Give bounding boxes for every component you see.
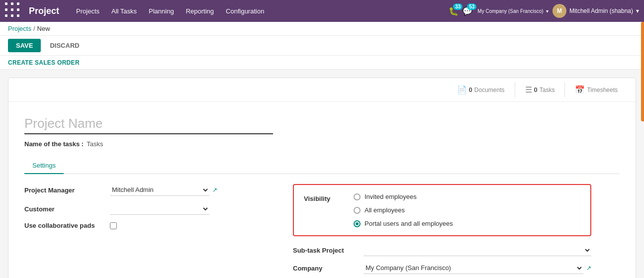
company-select[interactable]: My Company (San Francisco) <box>364 262 583 274</box>
collab-pads-field: Use collaborative pads <box>24 222 273 229</box>
sub-action-bar: CREATE SALES ORDER <box>0 56 644 70</box>
breadcrumb-current: New <box>37 25 50 32</box>
main-content: 📄 0 Documents ☰ 0 Tasks 📅 Timesheets Nam… <box>0 70 644 278</box>
company-external-link-icon[interactable]: ↗ <box>586 265 591 272</box>
right-sidebar-indicator <box>641 22 644 121</box>
tasks-icon: ☰ <box>525 85 532 94</box>
menu-configuration[interactable]: Configuration <box>221 4 269 18</box>
tasks-name-row: Name of the tasks : Tasks <box>24 140 620 148</box>
tab-left: Project Manager Mitchell Admin ↗ Custome… <box>24 184 273 278</box>
visibility-invited-label: Invited employees <box>365 193 417 200</box>
tasks-button[interactable]: ☰ 0 Tasks <box>515 82 565 97</box>
apps-grid-icon[interactable] <box>5 2 22 19</box>
customer-control <box>110 203 273 215</box>
message-icon[interactable]: 💬 53 <box>462 6 472 16</box>
visibility-section: Visibility Invited employees All employe… <box>293 184 591 236</box>
visibility-all-radio[interactable] <box>354 207 361 214</box>
form-card: 📄 0 Documents ☰ 0 Tasks 📅 Timesheets Nam… <box>8 78 636 278</box>
tasks-name-label: Name of the tasks : <box>24 140 84 148</box>
menu-planning[interactable]: Planning <box>144 4 179 18</box>
visibility-all-label: All employees <box>365 206 405 214</box>
timesheets-label: Timesheets <box>587 87 618 93</box>
subtask-project-field: Sub-task Project <box>293 244 591 256</box>
collab-pads-control <box>110 222 273 229</box>
project-manager-control: Mitchell Admin ↗ <box>110 184 273 196</box>
subtask-project-label: Sub-task Project <box>293 247 358 254</box>
visibility-portal-option[interactable]: Portal users and all employees <box>354 220 453 227</box>
form-tabs: Settings <box>24 158 620 174</box>
breadcrumb: Projects / New <box>0 22 644 36</box>
visibility-invited-radio[interactable] <box>354 193 361 200</box>
menu-reporting[interactable]: Reporting <box>181 4 219 18</box>
tab-content: Project Manager Mitchell Admin ↗ Custome… <box>24 174 620 278</box>
message-badge: 53 <box>467 3 476 10</box>
visibility-label: Visibility <box>304 195 344 227</box>
visibility-portal-radio[interactable] <box>354 220 361 227</box>
tasks-label: Tasks <box>540 87 555 93</box>
brand-title[interactable]: Project <box>29 6 59 16</box>
navbar-right: 🐛 33 💬 53 My Company (San Francisco) ▾ M… <box>449 4 639 18</box>
documents-button[interactable]: 📄 0 Documents <box>447 82 515 97</box>
customer-field: Customer <box>24 203 273 215</box>
user-menu[interactable]: M Mitchell Admin (shabna) ▾ <box>552 4 639 18</box>
main-menu: Projects All Tasks Planning Reporting Co… <box>71 4 449 18</box>
project-manager-select[interactable]: Mitchell Admin <box>110 184 209 196</box>
visibility-portal-label: Portal users and all employees <box>365 220 453 227</box>
documents-label: Documents <box>474 87 505 93</box>
tab-right: Visibility Invited employees All employe… <box>293 184 591 278</box>
bug-icon[interactable]: 🐛 33 <box>449 6 459 16</box>
document-icon: 📄 <box>457 85 467 94</box>
customer-select[interactable] <box>110 203 209 215</box>
tab-settings[interactable]: Settings <box>24 158 64 174</box>
visibility-all-option[interactable]: All employees <box>354 206 453 214</box>
avatar: M <box>552 4 566 18</box>
tasks-count: 0 <box>534 86 538 93</box>
project-manager-field: Project Manager Mitchell Admin ↗ <box>24 184 273 196</box>
breadcrumb-separator: / <box>33 25 35 32</box>
collab-pads-label: Use collaborative pads <box>24 222 104 229</box>
collab-pads-checkbox[interactable] <box>110 222 117 229</box>
timesheets-icon: 📅 <box>575 85 585 94</box>
project-manager-external-link-icon[interactable]: ↗ <box>212 186 217 193</box>
menu-all-tasks[interactable]: All Tasks <box>106 4 142 18</box>
customer-label: Customer <box>24 205 104 213</box>
discard-button[interactable]: DISCARD <box>45 39 84 52</box>
company-field: Company My Company (San Francisco) ↗ <box>293 262 591 274</box>
breadcrumb-link[interactable]: Projects <box>8 25 31 32</box>
action-bar: SAVE DISCARD <box>0 36 644 56</box>
create-sales-order-link[interactable]: CREATE SALES ORDER <box>8 59 80 66</box>
visibility-invited-option[interactable]: Invited employees <box>354 193 453 200</box>
save-button[interactable]: SAVE <box>8 39 41 52</box>
documents-count: 0 <box>469 86 472 93</box>
bug-badge: 33 <box>453 3 462 10</box>
company-selector[interactable]: My Company (San Francisco) ▾ <box>476 7 549 14</box>
menu-projects[interactable]: Projects <box>71 4 104 18</box>
top-navbar: Project Projects All Tasks Planning Repo… <box>0 0 644 22</box>
project-manager-label: Project Manager <box>24 186 104 194</box>
form-body: Name of the tasks : Tasks Settings Proje… <box>8 102 636 278</box>
visibility-options: Invited employees All employees Portal u… <box>354 193 453 227</box>
subtask-project-control <box>364 244 591 256</box>
project-name-input[interactable] <box>24 114 273 134</box>
company-control: My Company (San Francisco) ↗ <box>364 262 591 274</box>
timesheets-button[interactable]: 📅 Timesheets <box>564 82 628 97</box>
tasks-name-value: Tasks <box>87 140 103 148</box>
card-top-bar: 📄 0 Documents ☰ 0 Tasks 📅 Timesheets <box>8 78 636 102</box>
subtask-project-select[interactable] <box>364 244 591 256</box>
company-label: Company <box>293 265 358 272</box>
